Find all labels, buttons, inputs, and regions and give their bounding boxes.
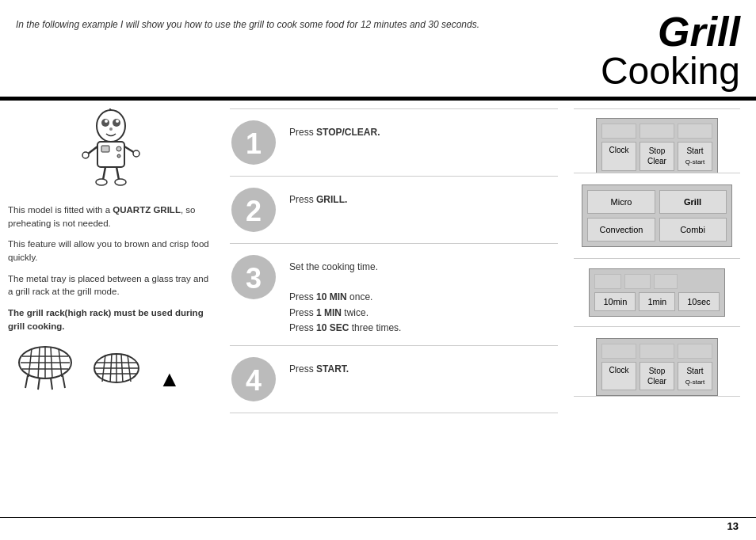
btn-10min[interactable]: 10min (594, 292, 636, 311)
panel-2: Micro Grill Convection Combi (582, 184, 731, 247)
btn-ph-8 (640, 344, 674, 359)
btn-combi[interactable]: Combi (659, 218, 727, 241)
btn-clock-4[interactable]: Clock (601, 362, 636, 390)
right-column: Clock StopClear StartQ-start Micro Grill… (566, 108, 740, 413)
step-4-number: 4 (230, 356, 277, 403)
left-text-1: This model is fitted with a QUARTZ GRILL… (8, 203, 214, 230)
svg-line-16 (103, 167, 105, 180)
btn-convection[interactable]: Convection (587, 218, 655, 241)
left-text-4: The grill rack(high rack) must be used d… (8, 306, 214, 333)
svg-point-10 (116, 146, 121, 151)
btn-stop-clear-1[interactable]: StopClear (640, 142, 674, 170)
left-text-3: The metal tray is placed between a glass… (8, 272, 214, 299)
btn-grill[interactable]: Grill (659, 190, 727, 214)
btn-1min[interactable]: 1min (639, 292, 675, 311)
clear-label: Clear (647, 377, 666, 386)
panel-4: Clock StopClear StartQ-start (596, 338, 718, 396)
robot-figure (8, 108, 214, 196)
panel-4-main-row: Clock StopClear StartQ-start (601, 362, 712, 390)
svg-point-5 (105, 120, 108, 123)
step-3-badge: 3 (230, 253, 277, 301)
btn-placeholder-1 (601, 124, 636, 139)
panel-3-top (594, 274, 719, 289)
svg-rect-9 (101, 146, 109, 152)
panel-3: 10min 1min 10sec (589, 268, 724, 317)
rack-2 (91, 348, 143, 392)
svg-line-30 (38, 378, 40, 390)
svg-line-29 (25, 375, 28, 388)
robot-icon (75, 108, 147, 196)
step-2-text: Press GRILL. (289, 186, 347, 207)
svg-point-6 (116, 120, 119, 123)
left-column: This model is fitted with a QUARTZ GRILL… (8, 108, 222, 413)
panel-3-container: 10min 1min 10sec (574, 259, 740, 327)
step-1-number: 1 (230, 119, 277, 166)
btn-ph-7 (601, 344, 636, 359)
svg-line-32 (63, 375, 65, 388)
btn-ph-4 (594, 274, 620, 289)
step-4-row: 4 Press START. (230, 346, 558, 413)
btn-start-1[interactable]: StartQ-start (678, 142, 712, 170)
step-3-row: 3 Set the cooking time. Press 10 MIN onc… (230, 244, 558, 346)
panel-1: Clock StopClear StartQ-start (596, 118, 718, 173)
svg-text:4: 4 (246, 364, 262, 397)
panel-1-top-row (601, 124, 712, 139)
step-3-text: Set the cooking time. Press 10 MIN once.… (289, 253, 401, 336)
rack-1-icon (16, 340, 75, 392)
step-2-badge: 2 (230, 186, 277, 234)
main-content: This model is fitted with a QUARTZ GRILL… (0, 101, 756, 413)
btn-ph-9 (678, 344, 712, 359)
svg-line-25 (38, 347, 40, 378)
btn-stop-clear-4[interactable]: StopClear (640, 362, 674, 390)
svg-point-11 (117, 154, 120, 158)
btn-ph-6 (654, 274, 678, 289)
title-grill: Grill (601, 11, 740, 52)
step-2-number: 2 (230, 186, 277, 234)
svg-point-15 (133, 150, 139, 157)
rack-1 (16, 340, 75, 392)
panel-1-container: Clock StopClear StartQ-start (574, 108, 740, 173)
step-4-text: Press START. (289, 356, 349, 377)
step-1-badge: 1 (230, 119, 277, 166)
grill-racks: ▲ (8, 340, 214, 392)
svg-line-17 (116, 167, 119, 180)
step-2-row: 2 Press GRILL. (230, 177, 558, 244)
svg-point-19 (115, 179, 126, 185)
svg-line-38 (110, 354, 112, 382)
step-3-number: 3 (230, 253, 277, 301)
panel-4-container: Clock StopClear StartQ-start (574, 327, 740, 397)
btn-micro[interactable]: Micro (587, 190, 655, 214)
svg-point-7 (109, 127, 113, 131)
rack-2-icon (91, 348, 143, 392)
svg-line-27 (51, 347, 52, 378)
step-1-row: 1 Press STOP/CLEAR. (230, 108, 558, 177)
svg-line-31 (51, 378, 52, 390)
svg-text:2: 2 (246, 195, 262, 227)
btn-start-4[interactable]: StartQ-start (678, 362, 712, 390)
title-block: Grill Cooking (601, 11, 740, 90)
title-cooking: Cooking (601, 52, 740, 90)
page-number: 13 (727, 520, 739, 532)
btn-10sec[interactable]: 10sec (678, 292, 719, 311)
arrow-up-icon: ▲ (158, 367, 181, 392)
btn-ph-5 (624, 274, 651, 289)
svg-text:1: 1 (246, 127, 262, 160)
panel-2-container: Micro Grill Convection Combi (574, 173, 740, 259)
btn-placeholder-3 (678, 124, 712, 139)
btn-placeholder-2 (640, 124, 674, 139)
header-intro: In the following example I will show you… (16, 11, 479, 30)
svg-point-13 (82, 152, 89, 158)
btn-clock-1[interactable]: Clock (601, 142, 636, 170)
bottom-divider (0, 517, 756, 518)
panel-3-middle: 10min 1min 10sec (594, 292, 719, 311)
step-1-text: Press STOP/CLEAR. (289, 119, 380, 140)
steps-column: 1 Press STOP/CLEAR. 2 Press GRILL. (222, 108, 566, 413)
step-4-badge: 4 (230, 356, 277, 403)
svg-point-0 (97, 110, 125, 142)
panel-1-bottom-row: Clock StopClear StartQ-start (601, 142, 712, 170)
svg-line-40 (121, 354, 123, 382)
panel-4-top (601, 344, 712, 359)
svg-point-18 (96, 179, 107, 185)
header: In the following example I will show you… (0, 0, 756, 97)
left-text-2: This feature will allow you to brown and… (8, 238, 214, 264)
